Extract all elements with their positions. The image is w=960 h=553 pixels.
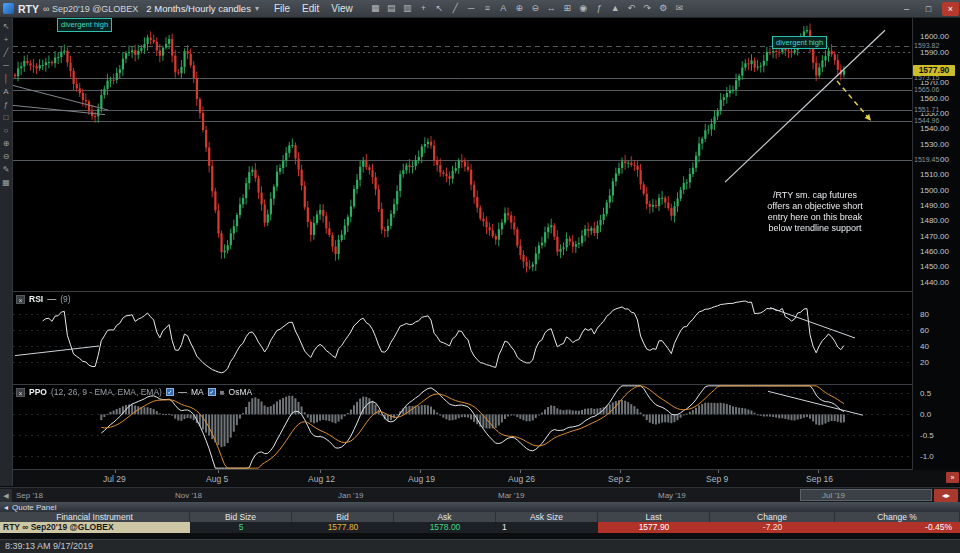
pointer-icon[interactable]: ↖ [432, 2, 447, 15]
quote-bid: 1577.80 [292, 522, 394, 533]
price-axis[interactable]: 1600.001590.001580.001570.001560.001550.… [913, 18, 960, 486]
rectangle-tool-icon[interactable]: □ [0, 111, 12, 124]
status-bar: 8:39:13 AM 9/17/2019 [0, 539, 960, 553]
text-annotation-icon[interactable]: A [0, 85, 12, 98]
col-ask[interactable]: Ask [394, 512, 496, 522]
price-tick-label: 1530.00 [920, 140, 949, 149]
price-tick-label: 1590.00 [920, 48, 949, 57]
time-axis[interactable]: » Jul 29Aug 5Aug 12Aug 19Aug 26Sep 2Sep … [13, 470, 960, 486]
panel-divider[interactable] [13, 384, 960, 385]
level-price-label: 1565.06 [913, 86, 940, 93]
open-file-icon[interactable]: ▤ [384, 2, 399, 15]
level-price-label: 1519.45 [913, 156, 940, 163]
ellipse-tool-icon[interactable]: ○ [0, 124, 12, 137]
crosshair-icon[interactable]: + [416, 2, 431, 15]
price-chart[interactable] [13, 18, 912, 291]
message-icon[interactable]: ✉ [672, 2, 687, 15]
timeframe-selector[interactable]: 2 Months/Hourly candles [146, 3, 251, 14]
pan-icon[interactable]: ↔ [544, 2, 559, 15]
col-bid[interactable]: Bid [292, 512, 394, 522]
scroll-left-button[interactable]: ◀ [0, 489, 12, 502]
trendline-icon[interactable]: ╱ [448, 2, 463, 15]
divergent-high-label-left[interactable]: divergent high [57, 18, 112, 32]
crosshair-tool-icon[interactable]: + [0, 33, 12, 46]
new-chart-icon[interactable]: ▦ [368, 2, 383, 15]
rsi-panel-chart[interactable] [13, 292, 912, 384]
maximize-button[interactable]: □ [920, 2, 937, 16]
draw-tool-icon[interactable]: ✎ [0, 163, 12, 176]
col-ask-size[interactable]: Ask Size [496, 512, 598, 522]
collapse-icon[interactable]: ◂ [4, 503, 8, 512]
horizontal-line-icon[interactable]: ─ [464, 2, 479, 15]
vertical-line-tool-icon[interactable]: │ [0, 72, 12, 85]
time-tick [115, 470, 116, 473]
zoom-out-icon[interactable]: ⊖ [528, 2, 543, 15]
zoom-in-tool-icon[interactable]: ⊕ [0, 137, 12, 150]
time-tick [620, 470, 621, 473]
time-axis-label: Sep 9 [706, 474, 728, 484]
ma-checkbox[interactable]: ✓ [166, 388, 174, 396]
panel-divider[interactable] [13, 291, 960, 292]
quote-ask-size: 1 [496, 522, 598, 533]
zoom-out-tool-icon[interactable]: ⊖ [0, 150, 12, 163]
osma-checkbox[interactable]: ✓ [208, 388, 216, 396]
col-financial-instrument[interactable]: Financial Instrument [0, 512, 190, 522]
text-tool-icon[interactable]: A [496, 2, 511, 15]
time-axis-label: Aug 12 [308, 474, 335, 484]
time-axis-nav-button[interactable]: » [946, 472, 959, 483]
price-tick-label: 1510.00 [920, 170, 949, 179]
rsi-close-icon[interactable]: × [16, 295, 25, 304]
price-tick-label: 1490.00 [920, 201, 949, 210]
ppo-close-icon[interactable]: × [16, 388, 25, 397]
chart-window-icon[interactable]: ▦ [0, 176, 12, 189]
quote-change-pct: -0.45% [835, 522, 960, 533]
quote-bid-size: 5 [190, 522, 292, 533]
menu-view[interactable]: View [326, 2, 358, 15]
scroll-nav-button[interactable]: ◂▸ [934, 489, 958, 502]
settings-icon[interactable]: ⚙ [656, 2, 671, 15]
snapshot-icon[interactable]: ◉ [576, 2, 591, 15]
close-button[interactable]: × [942, 2, 959, 16]
price-tick-label: 1440.00 [920, 278, 949, 287]
quote-panel-header[interactable]: ◂ Quote Panel [0, 502, 960, 512]
overview-scrollbar[interactable]: ◀ ◂▸ Sep '18Nov '18Jan '19Mar '19May '19… [0, 487, 960, 502]
quote-instrument[interactable]: RTY ∞ Sep20'19 @GLOBEX [0, 522, 190, 533]
scroll-thumb[interactable] [800, 489, 932, 501]
col-bid-size[interactable]: Bid Size [190, 512, 292, 522]
zoom-in-icon[interactable]: ⊕ [512, 2, 527, 15]
pointer-tool-icon[interactable]: ↖ [0, 20, 12, 33]
alert-icon[interactable]: ▲ [608, 2, 623, 15]
menu-file[interactable]: File [269, 2, 295, 15]
indicator-icon[interactable]: ƒ [592, 2, 607, 15]
fibonacci-icon[interactable]: ≡ [480, 2, 495, 15]
overview-date-label: Nov '18 [175, 491, 202, 500]
chart-note-annotation[interactable]: /RTY sm. cap futuresoffers an objective … [752, 190, 878, 234]
time-tick [718, 470, 719, 473]
grid-icon[interactable]: ⊞ [560, 2, 575, 15]
time-axis-label: Jul 29 [103, 474, 126, 484]
save-icon[interactable]: ▥ [400, 2, 415, 15]
time-tick [320, 470, 321, 473]
menu-edit[interactable]: Edit [297, 2, 324, 15]
rsi-tick-label: 20 [920, 358, 929, 367]
rsi-line-sample: — [47, 294, 56, 304]
divergent-high-label-right[interactable]: divergent high [772, 36, 827, 49]
col-change-pct[interactable]: Change % [835, 512, 960, 522]
redo-icon[interactable]: ↷ [640, 2, 655, 15]
osma-label: OsMA [229, 387, 253, 397]
price-tick-label: 1460.00 [920, 247, 949, 256]
time-axis-label: Sep 16 [806, 474, 833, 484]
price-tick-label: 1500.00 [920, 186, 949, 195]
study-tool-icon[interactable]: ƒ [0, 98, 12, 111]
undo-icon[interactable]: ↶ [624, 2, 639, 15]
minimize-button[interactable]: – [898, 2, 915, 16]
col-change[interactable]: Change [710, 512, 835, 522]
note-line: offers an objective short [752, 201, 878, 212]
ppo-panel-chart[interactable] [13, 385, 912, 469]
chevron-down-icon[interactable]: ▾ [255, 4, 259, 13]
price-tick-label: 1540.00 [920, 124, 949, 133]
quote-table-row[interactable]: RTY ∞ Sep20'19 @GLOBEX 5 1577.80 1578.00… [0, 522, 960, 533]
trendline-tool-icon[interactable]: ╱ [0, 46, 12, 59]
horizontal-line-tool-icon[interactable]: ─ [0, 59, 12, 72]
col-last[interactable]: Last [598, 512, 710, 522]
